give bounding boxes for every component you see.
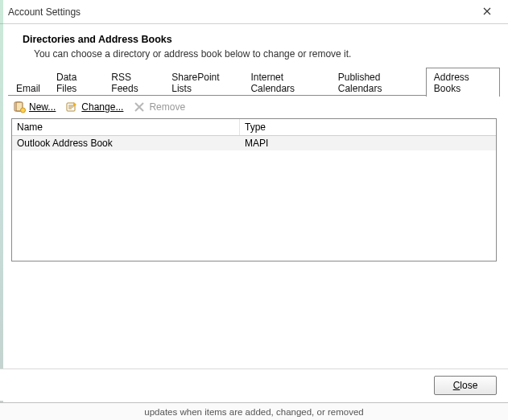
- svg-point-2: [21, 108, 26, 113]
- tab-sharepoint-lists[interactable]: SharePoint Lists: [163, 68, 242, 97]
- heading-title: Directories and Address Books: [23, 34, 492, 45]
- toolbar: New... Change... Remove: [0, 96, 508, 118]
- window-close-button[interactable]: [471, 1, 503, 23]
- list-row[interactable]: Outlook Address Book MAPI: [12, 136, 496, 150]
- close-button[interactable]: Close: [434, 376, 497, 395]
- new-button-label: New...: [29, 101, 56, 113]
- tab-email[interactable]: Email: [8, 80, 48, 97]
- remove-button: Remove: [133, 101, 185, 113]
- close-button-rest: lose: [460, 380, 477, 391]
- new-button[interactable]: New...: [13, 101, 56, 113]
- column-header-name[interactable]: Name: [12, 119, 240, 135]
- tab-published-calendars[interactable]: Published Calendars: [330, 68, 426, 97]
- tabstrip: Email Data Files RSS Feeds SharePoint Li…: [8, 77, 500, 96]
- titlebar: Account Settings: [0, 0, 508, 24]
- remove-icon: [133, 101, 146, 113]
- window-left-edge: [0, 0, 3, 420]
- change-button-label: Change...: [81, 101, 123, 113]
- column-header-type[interactable]: Type: [240, 119, 496, 135]
- change-icon: [65, 101, 78, 113]
- heading-subtitle: You can choose a directory or address bo…: [34, 48, 492, 60]
- footer: Close: [0, 369, 508, 401]
- cell-name: Outlook Address Book: [12, 136, 240, 150]
- change-button[interactable]: Change...: [65, 101, 123, 113]
- tab-internet-calendars[interactable]: Internet Calendars: [242, 68, 329, 97]
- remove-button-label: Remove: [149, 101, 185, 113]
- window-title: Account Settings: [8, 6, 471, 18]
- cell-type: MAPI: [240, 136, 496, 150]
- close-icon: [483, 6, 491, 18]
- list-headers: Name Type: [12, 119, 496, 136]
- tab-data-files[interactable]: Data Files: [48, 68, 103, 97]
- background-cropped-text: updates when items are added, changed, o…: [0, 402, 508, 420]
- tab-address-books[interactable]: Address Books: [426, 68, 500, 97]
- book-new-icon: [13, 101, 26, 113]
- heading-area: Directories and Address Books You can ch…: [0, 24, 508, 72]
- address-books-list[interactable]: Name Type Outlook Address Book MAPI: [11, 118, 497, 261]
- list-body: Outlook Address Book MAPI: [12, 136, 496, 261]
- tab-rss-feeds[interactable]: RSS Feeds: [103, 68, 163, 97]
